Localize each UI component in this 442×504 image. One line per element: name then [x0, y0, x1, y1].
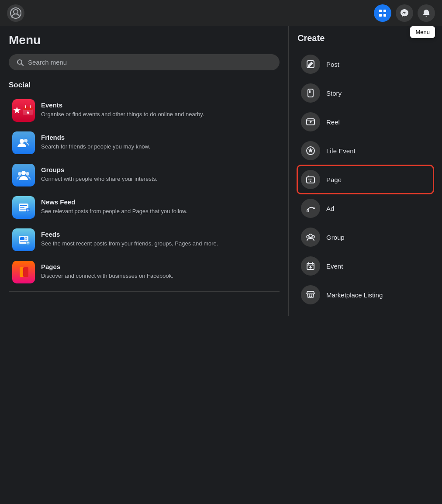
group-icon [301, 228, 320, 247]
create-item-label: Post [326, 61, 339, 68]
svg-rect-4 [379, 14, 382, 17]
create-item-reel[interactable]: Reel [297, 108, 433, 136]
menu-items-list: ★ Events Organise or find events and oth… [9, 95, 280, 288]
item-name: Events [41, 101, 204, 110]
item-desc: Discover and connect with businesses on … [41, 272, 173, 280]
svg-rect-29 [20, 241, 27, 242]
svg-marker-44 [310, 180, 311, 183]
ad-icon [301, 199, 320, 218]
svg-rect-27 [25, 237, 27, 238]
item-text: Groups Connect with people who share you… [41, 164, 158, 183]
svg-rect-43 [307, 177, 314, 183]
messenger-button[interactable] [396, 4, 413, 22]
search-container[interactable] [9, 54, 280, 70]
notifications-button[interactable] [418, 4, 435, 22]
svg-rect-28 [25, 239, 27, 240]
svg-point-13 [20, 139, 24, 143]
svg-point-16 [18, 172, 21, 176]
svg-line-7 [21, 64, 23, 66]
create-item-label: Story [326, 90, 342, 97]
top-bar-left [7, 4, 24, 22]
divider [9, 291, 280, 292]
post-icon [301, 55, 320, 74]
create-item-label: Reel [326, 118, 340, 126]
page-icon [301, 170, 320, 189]
create-item-label: Ad [326, 205, 334, 212]
svg-rect-21 [20, 209, 26, 210]
item-text: News Feed See relevant posts from people… [41, 196, 187, 215]
create-item-page[interactable]: Page [297, 166, 433, 193]
marketplace-icon [301, 285, 320, 304]
top-bar: Menu [0, 0, 442, 26]
item-text: Events Organise or find events and other… [41, 99, 204, 118]
search-input[interactable] [28, 59, 272, 66]
create-item-post[interactable]: Post [297, 50, 433, 78]
item-text: Feeds See the most recent posts from you… [41, 228, 218, 248]
create-item-ad[interactable]: Ad [297, 194, 433, 222]
create-list: Post Story [297, 50, 433, 309]
create-item-label: Event [326, 262, 343, 270]
list-item[interactable]: Pages Discover and connect with business… [9, 256, 280, 288]
item-desc: See relevant posts from people and Pages… [41, 207, 187, 215]
item-text: Pages Discover and connect with business… [41, 261, 173, 280]
item-name: Pages [41, 262, 173, 271]
svg-point-0 [14, 10, 18, 14]
create-item-label: Marketplace Listing [326, 291, 383, 299]
item-name: Friends [41, 133, 150, 142]
create-item-event[interactable]: Event [297, 252, 433, 280]
svg-marker-39 [310, 121, 312, 123]
list-item[interactable]: News Feed See relevant posts from people… [9, 192, 280, 223]
left-panel: Menu Social [0, 26, 288, 316]
item-desc: Search for friends or people you may kno… [41, 143, 150, 151]
svg-rect-26 [20, 237, 24, 240]
create-item-life-event[interactable]: Life Event [297, 137, 433, 165]
list-item[interactable]: Friends Search for friends or people you… [9, 127, 280, 159]
create-item-marketplace[interactable]: Marketplace Listing [297, 281, 433, 309]
groups-icon [12, 164, 35, 186]
svg-rect-2 [379, 10, 382, 12]
item-text: Friends Search for friends or people you… [41, 131, 150, 151]
list-item[interactable]: ★ Events Organise or find events and oth… [9, 95, 280, 126]
pages-icon [12, 261, 35, 283]
svg-marker-42 [308, 148, 313, 153]
friends-icon [12, 131, 35, 154]
search-icon [17, 59, 24, 66]
menu-tooltip: Menu [410, 26, 435, 38]
life-event-icon [301, 141, 320, 160]
create-item-label: Life Event [326, 147, 356, 155]
events-icon: ★ [12, 99, 35, 122]
svg-point-14 [24, 139, 28, 142]
svg-text:★: ★ [26, 110, 30, 115]
newsfeed-icon [12, 196, 35, 219]
reel-icon [301, 112, 320, 131]
svg-point-15 [21, 171, 26, 175]
svg-rect-3 [383, 10, 386, 12]
item-desc: Connect with people who share your inter… [41, 175, 158, 183]
story-icon [301, 83, 320, 103]
item-name: Groups [41, 166, 158, 174]
page-title: Menu [9, 33, 280, 47]
right-panel: Create Post [288, 26, 442, 316]
svg-point-45 [313, 207, 315, 209]
avatar[interactable] [7, 4, 24, 22]
item-name: News Feed [41, 198, 187, 207]
menu-button[interactable] [374, 4, 391, 22]
top-bar-right: Menu [374, 4, 435, 22]
social-section-title: Social [9, 81, 280, 90]
svg-rect-37 [309, 90, 311, 93]
create-item-label: Page [326, 176, 342, 183]
item-desc: See the most recent posts from your frie… [41, 240, 218, 248]
svg-rect-20 [20, 207, 24, 208]
create-item-group[interactable]: Group [297, 223, 433, 251]
list-item[interactable]: Groups Connect with people who share you… [9, 159, 280, 191]
svg-point-17 [26, 172, 29, 176]
event-icon [301, 256, 320, 276]
main-content: Menu Social [0, 26, 442, 316]
item-name: Feeds [41, 230, 218, 239]
svg-rect-34 [23, 267, 28, 277]
feeds-icon [12, 228, 35, 251]
list-item[interactable]: Feeds See the most recent posts from you… [9, 224, 280, 255]
svg-rect-36 [308, 89, 313, 97]
item-desc: Organise or find events and other things… [41, 110, 204, 118]
create-item-story[interactable]: Story [297, 79, 433, 107]
